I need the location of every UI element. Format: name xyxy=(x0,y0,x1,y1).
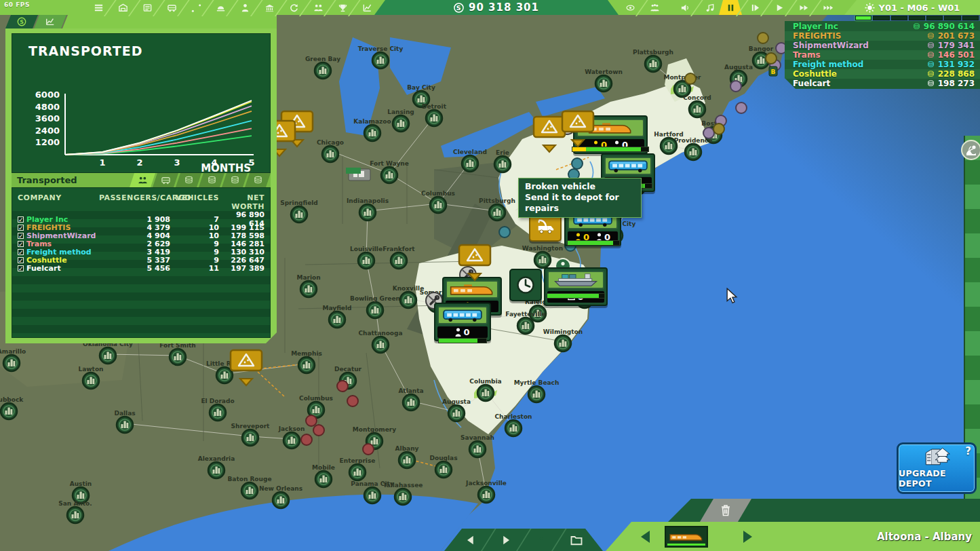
city-marker[interactable] xyxy=(273,492,289,508)
table-row[interactable]: ✓Freight method3 4199130 310 xyxy=(12,248,270,256)
table-row[interactable]: ✓Coshuttle5 3379226 647 xyxy=(12,256,270,264)
city-marker[interactable] xyxy=(210,404,226,421)
table-row[interactable]: ✓Fuelcart5 45611197 389 xyxy=(12,264,270,272)
city-marker[interactable] xyxy=(534,252,551,268)
city-marker[interactable] xyxy=(359,204,376,221)
metric-tab-coins-5[interactable] xyxy=(245,173,271,187)
city-marker[interactable] xyxy=(291,206,307,223)
company-checkbox[interactable]: ✓ xyxy=(18,233,24,239)
company-checkbox[interactable]: ✓ xyxy=(18,265,24,271)
vehicle-dot-red[interactable] xyxy=(337,381,348,392)
vehicle-dot-red[interactable] xyxy=(363,444,374,455)
passenger-stop-marker[interactable] xyxy=(474,293,489,308)
city-marker[interactable] xyxy=(1,403,17,419)
city-marker[interactable] xyxy=(208,462,224,478)
city-marker[interactable] xyxy=(426,110,442,126)
city-marker[interactable] xyxy=(689,101,705,117)
vehicle-dot-teal[interactable] xyxy=(576,233,587,244)
company-checkbox[interactable]: ✓ xyxy=(18,249,24,255)
metric-tab-bus[interactable] xyxy=(153,173,178,187)
city-marker[interactable] xyxy=(478,487,494,503)
vehicle-dot-olive[interactable] xyxy=(713,124,724,134)
vehicle-dot-olive[interactable] xyxy=(766,53,777,64)
company-checkbox[interactable]: ✓ xyxy=(18,225,24,231)
leaderboard-row[interactable]: Trams146 501 xyxy=(785,50,980,60)
city-marker[interactable] xyxy=(661,138,677,154)
vehicle-dot-purple[interactable] xyxy=(730,81,741,92)
toolbar-music-button[interactable] xyxy=(698,0,721,15)
vehicle-dot-red[interactable] xyxy=(306,415,317,426)
vehicle-dot-teal[interactable] xyxy=(572,158,583,169)
city-marker[interactable] xyxy=(315,471,332,487)
city-marker[interactable] xyxy=(393,115,409,132)
table-row[interactable]: ✓Player Inc1 908796 890 614 xyxy=(12,215,270,223)
city-marker[interactable] xyxy=(435,461,452,478)
toolbar-crowd-button[interactable] xyxy=(643,0,666,15)
city-marker[interactable] xyxy=(358,252,374,269)
vehicle-dot-teal[interactable] xyxy=(499,227,510,238)
city-marker[interactable] xyxy=(381,167,397,183)
leaderboard-row[interactable]: Fuelcart198 273 xyxy=(785,79,980,88)
upgrade-depot-button[interactable]: ? UPGRADE DEPOT xyxy=(897,442,977,494)
city-marker[interactable] xyxy=(216,367,233,383)
leaderboard-row[interactable]: Freight method131 932 xyxy=(785,60,980,69)
city-marker[interactable] xyxy=(117,417,133,433)
map-nav-prev-button[interactable] xyxy=(454,533,488,547)
playback-fff-button[interactable] xyxy=(817,0,840,15)
city-marker[interactable] xyxy=(242,430,258,446)
city-marker[interactable] xyxy=(283,432,300,449)
broken-vehicle-marker[interactable] xyxy=(460,267,476,283)
city-marker[interactable] xyxy=(685,144,701,160)
passenger-stop-marker[interactable] xyxy=(555,259,570,273)
vehicle-dot-purple[interactable] xyxy=(736,102,747,113)
metric-tab-coins-4[interactable] xyxy=(222,173,248,187)
city-marker[interactable] xyxy=(595,75,612,92)
next-vehicle-button[interactable] xyxy=(743,531,752,543)
metric-tab-coins-2[interactable] xyxy=(176,173,201,187)
metric-tab-passengers[interactable] xyxy=(130,173,155,187)
city-marker[interactable] xyxy=(391,252,407,269)
city-marker[interactable] xyxy=(83,373,99,389)
city-marker[interactable] xyxy=(67,507,83,523)
broken-vehicle-marker[interactable] xyxy=(559,118,575,134)
city-marker[interactable] xyxy=(576,292,593,308)
leaderboard-row[interactable]: ShipmentWizard179 341 xyxy=(785,41,980,50)
vehicle-dot-olive[interactable] xyxy=(685,73,696,84)
city-marker[interactable] xyxy=(329,311,345,328)
city-marker[interactable] xyxy=(469,441,486,457)
leaderboard-row[interactable]: Player Inc96 890 614 xyxy=(785,22,980,31)
city-marker[interactable] xyxy=(349,464,366,480)
vehicle-dot-teal[interactable] xyxy=(565,240,576,251)
city-marker[interactable] xyxy=(645,56,661,72)
broken-vehicle-marker[interactable] xyxy=(602,148,619,164)
company-checkbox[interactable]: ✓ xyxy=(18,216,24,223)
city-marker[interactable] xyxy=(448,405,465,421)
vehicle-dot-red[interactable] xyxy=(347,396,358,406)
city-marker[interactable] xyxy=(399,452,415,468)
city-marker[interactable] xyxy=(395,489,411,505)
city-marker[interactable] xyxy=(322,146,338,162)
city-marker[interactable] xyxy=(528,386,545,402)
city-marker[interactable] xyxy=(400,292,416,308)
city-marker[interactable] xyxy=(494,156,511,172)
vehicle-dot-red[interactable] xyxy=(301,434,312,445)
city-marker[interactable] xyxy=(372,337,389,353)
city-marker[interactable] xyxy=(241,482,258,499)
city-marker[interactable] xyxy=(315,62,331,79)
leaderboard-row[interactable]: Coshuttle228 868 xyxy=(785,69,980,79)
vehicle-dot-purple[interactable] xyxy=(703,128,714,138)
company-checkbox[interactable]: ✓ xyxy=(18,241,24,247)
tab-graphs[interactable] xyxy=(34,15,66,28)
map-nav-folder-button[interactable] xyxy=(560,533,593,547)
city-marker[interactable] xyxy=(300,281,317,297)
broken-vehicle-marker[interactable] xyxy=(426,292,442,309)
city-marker[interactable] xyxy=(367,302,383,318)
city-marker[interactable] xyxy=(298,357,315,373)
city-marker[interactable] xyxy=(555,335,571,352)
city-marker[interactable] xyxy=(430,197,446,213)
city-marker[interactable] xyxy=(170,349,186,365)
metric-tab-coins-3[interactable] xyxy=(199,173,224,187)
city-marker[interactable] xyxy=(606,227,623,244)
vehicle-dot-olive[interactable] xyxy=(758,33,768,43)
city-marker[interactable] xyxy=(364,487,380,504)
